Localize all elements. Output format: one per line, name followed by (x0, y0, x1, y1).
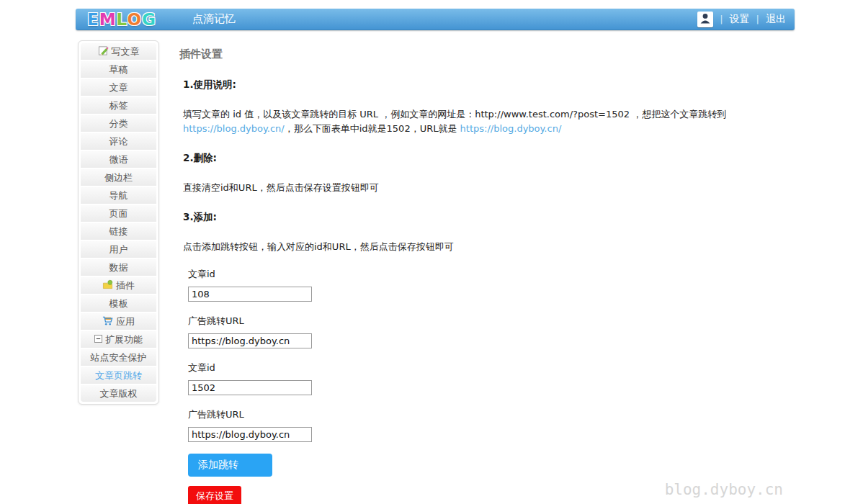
logo-letter: O (127, 10, 142, 29)
sidebar-item-label: 数据 (109, 261, 128, 274)
user-icon (699, 12, 712, 27)
usage-paragraph: 填写文章的 id 值，以及该文章跳转的目标 URL ，例如文章的网址是：http… (183, 107, 795, 136)
sidebar-item-label: 文章版权 (100, 387, 138, 400)
sidebar-item-users[interactable]: 用户 (81, 241, 156, 258)
redirect-url-label-1: 广告跳转URL (188, 315, 795, 328)
sidebar-item-label: 扩展功能 (105, 333, 143, 346)
header-separator: | (756, 14, 759, 24)
redirect-url-input-2[interactable] (188, 427, 312, 442)
settings-link[interactable]: 设置 (730, 13, 750, 26)
sidebar-item-data[interactable]: 数据 (81, 259, 156, 276)
usage-text: 填写文章的 id 值，以及该文章跳转的目标 URL ，例如文章的网址是：http… (183, 109, 726, 120)
logout-link[interactable]: 退出 (766, 13, 786, 26)
sidebar-item-extensions[interactable]: 扩展功能 (81, 331, 156, 348)
site-title: 点滴记忆 (192, 12, 236, 26)
plugin-icon (102, 279, 113, 292)
sidebar-item-label: 页面 (109, 207, 128, 220)
sidebar-item-label: 链接 (109, 225, 128, 238)
minus-box-icon (94, 334, 102, 345)
redirect-url-label-2: 广告跳转URL (188, 408, 795, 421)
sidebar-item-label: 插件 (116, 279, 135, 292)
logo-letter: G (142, 10, 156, 29)
save-settings-button[interactable]: 保存设置 (188, 486, 241, 504)
watermark: blog.dyboy.cn (665, 481, 783, 498)
sidebar-item-article-redirect[interactable]: 文章页跳转 (81, 367, 156, 384)
article-id-input-1[interactable] (188, 287, 312, 302)
sidebar-item-label: 站点安全保护 (91, 351, 147, 364)
redirect-form: 文章id 广告跳转URL 文章id 广告跳转URL 添加跳转 保存设置 (188, 268, 795, 504)
usage-text: ，那么下面表单中id就是1502，URL就是 (285, 123, 460, 134)
sidebar-item-label: 标签 (109, 99, 128, 112)
sidebar-item-label: 微语 (109, 153, 128, 166)
article-id-input-2[interactable] (188, 380, 312, 395)
add-redirect-button[interactable]: 添加跳转 (188, 454, 272, 477)
sidebar-item-pages[interactable]: 页面 (81, 205, 156, 222)
usage-link-1[interactable]: https://blog.dyboy.cn/ (183, 123, 285, 134)
header-separator: | (720, 14, 723, 24)
sidebar-item-article-copyright[interactable]: 文章版权 (81, 385, 156, 402)
page-title: 插件设置 (179, 48, 795, 61)
usage-link-2[interactable]: https://blog.dyboy.cn/ (460, 123, 562, 134)
sidebar-item-categories[interactable]: 分类 (81, 115, 156, 132)
sidebar-item-label: 草稿 (109, 63, 128, 76)
sidebar-item-label: 文章 (109, 81, 128, 94)
logo-letter: M (99, 10, 117, 29)
logo-letter: L (117, 10, 128, 29)
admin-sidebar: 写文章 草稿 文章 标签 分类 评论 微语 侧边栏 导航 页面 链接 用户 数据 (78, 40, 159, 405)
article-id-label-1: 文章id (188, 268, 795, 281)
sidebar-item-label: 模板 (109, 297, 128, 310)
article-id-label-2: 文章id (188, 361, 795, 374)
sidebar-item-posts[interactable]: 文章 (81, 79, 156, 96)
sidebar-item-label: 侧边栏 (104, 171, 133, 184)
sidebar-item-label: 导航 (109, 189, 128, 202)
sidebar-item-plugins[interactable]: 插件 (81, 277, 156, 294)
sidebar-item-apps[interactable]: 应用 (81, 313, 156, 330)
sidebar-item-comments[interactable]: 评论 (81, 133, 156, 150)
user-avatar[interactable] (697, 12, 713, 27)
logo-letter: E (87, 10, 99, 29)
sidebar-item-label: 写文章 (112, 45, 140, 58)
sidebar-item-templates[interactable]: 模板 (81, 295, 156, 312)
redirect-url-input-1[interactable] (188, 333, 312, 348)
sidebar-item-drafts[interactable]: 草稿 (81, 61, 156, 78)
sidebar-item-navigation[interactable]: 导航 (81, 187, 156, 204)
delete-heading: 2.删除: (183, 152, 795, 165)
add-heading: 3.添加: (183, 211, 795, 224)
delete-instructions: 直接清空id和URL，然后点击保存设置按钮即可 (183, 181, 795, 195)
sidebar-item-site-security[interactable]: 站点安全保护 (81, 349, 156, 366)
add-instructions: 点击添加跳转按钮，输入对应的id和URL，然后点击保存按钮即可 (183, 240, 795, 254)
main-content: 插件设置 1.使用说明: 填写文章的 id 值，以及该文章跳转的目标 URL ，… (179, 40, 795, 504)
sidebar-item-label: 应用 (116, 315, 135, 328)
sidebar-item-write-post[interactable]: 写文章 (81, 43, 156, 60)
sidebar-item-label: 分类 (109, 117, 128, 130)
cart-icon (102, 315, 113, 328)
emlog-logo: EMLOG (87, 10, 156, 29)
sidebar-item-sidebar-widgets[interactable]: 侧边栏 (81, 169, 156, 186)
pencil-icon (98, 45, 109, 58)
usage-heading: 1.使用说明: (183, 78, 795, 91)
top-header-bar: EMLOG 点滴记忆 | 设置 | 退出 (76, 9, 795, 30)
sidebar-item-tags[interactable]: 标签 (81, 97, 156, 114)
page-container: EMLOG 点滴记忆 | 设置 | 退出 (76, 9, 795, 504)
sidebar-item-label: 用户 (109, 243, 128, 256)
sidebar-item-label: 评论 (109, 135, 128, 148)
sidebar-item-links[interactable]: 链接 (81, 223, 156, 240)
sidebar-item-label: 文章页跳转 (95, 369, 142, 382)
sidebar-item-microblog[interactable]: 微语 (81, 151, 156, 168)
